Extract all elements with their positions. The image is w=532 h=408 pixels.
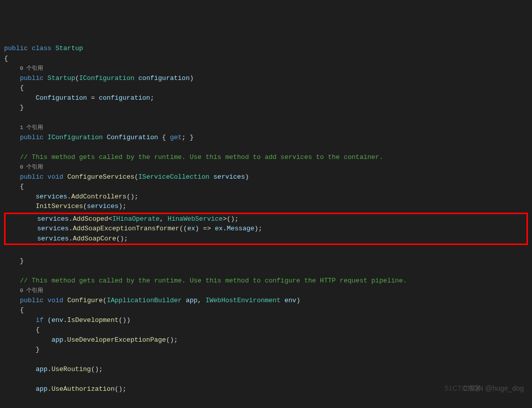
code-editor[interactable]: public class Startup{ 0 个引用 public Start…: [4, 44, 528, 408]
code-line: Configuration = configuration;: [4, 93, 528, 103]
code-line: services.AddControllers();: [4, 192, 528, 202]
code-line: // This method gets called by the runtim…: [4, 152, 528, 162]
code-line: public void Configure(IApplicationBuilde…: [4, 296, 528, 306]
code-line: {: [4, 305, 528, 315]
code-line: }: [4, 345, 528, 355]
code-line: {: [4, 83, 528, 93]
code-line: services.AddSoapExceptionTransformer((ex…: [6, 224, 526, 234]
code-line: services.AddSoapCore();: [6, 234, 526, 244]
code-line: // This method gets called by the runtim…: [4, 276, 528, 286]
code-line: [4, 142, 528, 152]
code-line: public class Startup: [4, 44, 528, 54]
code-line: [4, 113, 528, 123]
code-line: {: [4, 54, 528, 64]
code-line: public IConfiguration Configuration { ge…: [4, 133, 528, 143]
code-line: 0 个引用: [4, 63, 528, 73]
code-line: [4, 246, 528, 256]
code-line: public Startup(IConfiguration configurat…: [4, 73, 528, 84]
code-line: app.UseDeveloperExceptionPage();: [4, 335, 528, 345]
code-line: {: [4, 182, 528, 192]
code-line: services.AddScoped<IHinaOperate, HinaWeb…: [6, 214, 526, 224]
code-line: {: [4, 325, 528, 335]
highlight-box-1: services.AddScoped<IHinaOperate, HinaWeb…: [4, 213, 528, 246]
code-line: [4, 404, 528, 408]
code-line: 0 个引用: [4, 162, 528, 172]
code-line: [4, 394, 528, 404]
code-line: public void ConfigureServices(IServiceCo…: [4, 172, 528, 182]
code-line: 0 个引用: [4, 285, 528, 296]
code-line: if (env.IsDevelopment()): [4, 315, 528, 325]
code-line: }: [4, 256, 528, 266]
code-line: InitServices(services);: [4, 201, 528, 212]
code-line: [4, 355, 528, 365]
watermark: CSDN @huge_dog: [463, 383, 524, 394]
code-line: 1 个引用: [4, 123, 528, 133]
code-line: app.UseRouting();: [4, 364, 528, 375]
code-line: [4, 266, 528, 276]
code-line: }: [4, 103, 528, 113]
